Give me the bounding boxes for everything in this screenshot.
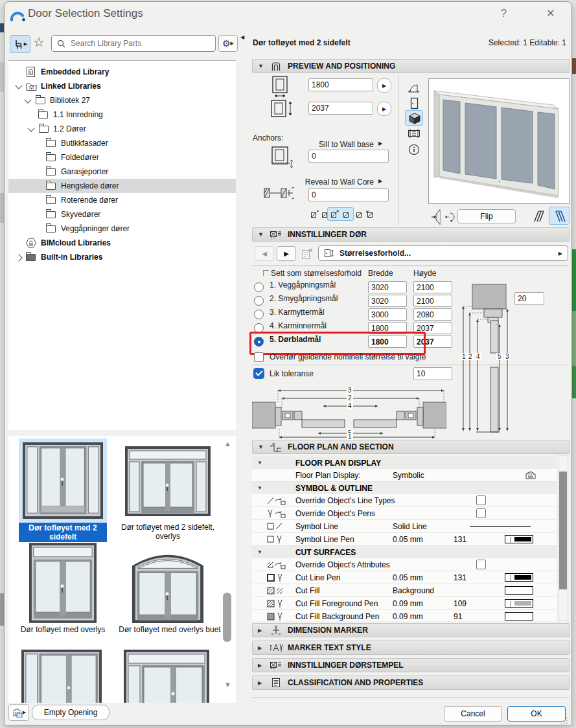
param-row-cut-fill-foreground-pen[interactable]: Cut Fill Foreground Pen 0.09 mm 109 xyxy=(252,597,557,610)
thumbnail-door-overlys[interactable] xyxy=(20,541,106,625)
size-radio-5-selected[interactable] xyxy=(254,337,264,347)
collapse-triangle-icon[interactable]: ▼ xyxy=(258,444,264,450)
size-row-label[interactable]: 4. Karminnermål xyxy=(270,321,327,330)
tree-item-roterende-dorer[interactable]: Roterende dører xyxy=(8,193,236,207)
thumbnail-door-2-sidefelt-overlys[interactable] xyxy=(122,444,213,519)
size-radio-4[interactable] xyxy=(254,323,264,333)
preview-mode-elevation-icon[interactable] xyxy=(410,97,419,109)
group-cut-surfaces[interactable]: ▼ CUT SURFACES xyxy=(252,546,557,558)
tree-item-innredning[interactable]: 1.1 Innredning xyxy=(8,108,236,122)
tree-item-linked-libraries[interactable]: Linked Libraries xyxy=(8,79,236,93)
size-row-label[interactable]: 3. Karmyttermål xyxy=(270,308,325,317)
tree-item-bibliotek-27[interactable]: Bibliotek 27 xyxy=(8,93,236,108)
param-value[interactable]: 0.09 mm xyxy=(393,599,423,608)
param-row-cut-fill[interactable]: Cut Fill Background xyxy=(252,584,557,597)
param-value[interactable]: 0.05 mm xyxy=(393,573,423,582)
section-innstillinger-dorstempel[interactable]: ▶ INNSTILLINGER DØRSTEMPEL xyxy=(252,658,570,672)
tree-item-garasjeporter[interactable]: Garasjeporter xyxy=(8,165,236,179)
param-value[interactable]: Solid Line xyxy=(393,522,427,531)
size-width-input-1[interactable] xyxy=(368,281,407,293)
chevron-down-icon[interactable] xyxy=(15,82,22,89)
thumbnail-label[interactable]: Dør tofløyet med overlys buet xyxy=(115,625,225,634)
param-row-override-pens[interactable]: Override Object's Pens xyxy=(252,507,557,520)
size-height-input-5[interactable] xyxy=(413,336,452,348)
param-row-override-attributes[interactable]: Override Object's Attributes xyxy=(252,558,557,571)
size-radio-2[interactable] xyxy=(254,296,264,306)
collapse-triangle-icon[interactable]: ▼ xyxy=(258,63,264,69)
favorites-star-button[interactable]: ☆ xyxy=(33,34,45,50)
size-width-input-5[interactable] xyxy=(368,336,407,348)
transfer-settings-icon[interactable] xyxy=(301,247,314,260)
section-floor-plan[interactable]: ▼ FLOOR PLAN AND SECTION xyxy=(252,440,570,454)
search-box[interactable] xyxy=(51,35,216,52)
help-button[interactable]: ? xyxy=(501,8,507,19)
reveal-value-input[interactable] xyxy=(308,188,389,201)
expand-triangle-icon[interactable]: ▶ xyxy=(258,628,264,633)
size-height-input-2[interactable] xyxy=(413,295,452,307)
param-value[interactable]: Symbolic xyxy=(393,471,424,480)
param-row-cut-fill-background-pen[interactable]: Cut Fill Background Pen 0.09 mm 91 xyxy=(252,610,557,621)
cancel-button[interactable]: Cancel xyxy=(444,706,502,722)
pen-swatch[interactable] xyxy=(505,573,533,582)
param-row-symbol-line[interactable]: Symbol Line Solid Line xyxy=(252,520,557,533)
section-marker-text-style[interactable]: ▶ MARKER TEXT STYLE xyxy=(252,641,570,655)
scroll-up-button[interactable]: ▲ xyxy=(224,440,231,448)
search-input[interactable] xyxy=(69,38,202,49)
settings-menu-button[interactable]: ⚙ ▶ xyxy=(218,35,238,52)
tree-item-dorer[interactable]: 1.2 Dører xyxy=(8,122,236,136)
preview-mode-section-icon[interactable] xyxy=(408,128,420,139)
expand-triangle-icon[interactable]: ▶ xyxy=(258,663,264,668)
size-height-input-1[interactable] xyxy=(413,281,452,293)
pen-swatch[interactable] xyxy=(505,612,533,620)
flip-button[interactable]: Flip xyxy=(457,209,516,223)
thumbnail-partial[interactable] xyxy=(122,648,213,703)
collapse-triangle-icon[interactable]: ▼ xyxy=(258,231,264,238)
size-radio-3[interactable] xyxy=(254,310,264,319)
preview-mode-plan-icon[interactable] xyxy=(407,82,421,94)
tolerance-value-input[interactable] xyxy=(413,367,452,380)
thumbnail-label-selected[interactable]: Dør tofløyet med 2 sidefelt xyxy=(19,523,107,542)
ok-button[interactable]: OK xyxy=(507,706,566,722)
mirror-right-selected[interactable] xyxy=(549,207,570,225)
resize-grip[interactable] xyxy=(560,717,568,725)
thumbnail-door-overlys-buet[interactable] xyxy=(122,542,213,625)
size-width-input-2[interactable] xyxy=(368,295,407,307)
sill-value-input[interactable] xyxy=(308,150,389,163)
expand-triangle-icon[interactable]: ▶ xyxy=(258,645,264,651)
size-row-label[interactable]: 5. Dørbladmål xyxy=(270,335,321,344)
preview-info-icon[interactable] xyxy=(408,144,420,155)
tree-item-veggapninger-dorer[interactable]: Veggåpninger dører xyxy=(8,222,236,236)
tree-item-embedded-library[interactable]: Embedded Library xyxy=(8,65,236,79)
subtype-filter-button[interactable]: ▶ xyxy=(10,35,30,53)
thumbnail-label[interactable]: Dør tofløyet med 2 sidefelt, overlys xyxy=(119,523,217,541)
pen-swatch[interactable] xyxy=(505,599,533,608)
param-value[interactable]: 0.05 mm xyxy=(393,535,423,544)
param-row-override-line-types[interactable]: Override Object's Line Types xyxy=(252,494,557,507)
nav-forward-button[interactable]: ▶ xyxy=(277,246,296,261)
anchor-option-2-icon[interactable] xyxy=(321,210,329,219)
door-3d-preview[interactable] xyxy=(428,78,570,204)
sill-anchor-label[interactable]: Sill to Wall base xyxy=(283,140,374,149)
param-value[interactable]: Background xyxy=(393,586,434,595)
thumbnail-door-2-sidefelt[interactable] xyxy=(19,438,107,523)
param-value[interactable]: 0.09 mm xyxy=(393,612,423,621)
reveal-flyout-icon[interactable]: ▶ xyxy=(378,178,382,184)
transfer-size-checkbox[interactable] xyxy=(254,352,264,362)
pen-swatch[interactable] xyxy=(505,535,533,543)
anchor-option-4-icon[interactable] xyxy=(342,210,351,219)
nav-back-button[interactable]: ◀ xyxy=(255,246,274,261)
title-bar[interactable]: Door Selection Settings ? ✕ xyxy=(5,2,571,28)
thumbnail-partial[interactable] xyxy=(20,648,106,703)
expand-triangle-icon[interactable]: ▶ xyxy=(258,680,264,686)
chevron-down-icon[interactable] xyxy=(27,124,34,131)
anchor-option-5-icon[interactable] xyxy=(355,210,363,219)
override-line-types-checkbox[interactable] xyxy=(476,495,486,505)
width-flyout-button[interactable]: ▶ xyxy=(377,78,391,93)
anchor-option-3-icon[interactable] xyxy=(330,210,340,219)
close-button[interactable]: ✕ xyxy=(546,7,555,19)
fill-swatch[interactable] xyxy=(505,586,533,595)
override-attributes-checkbox[interactable] xyxy=(476,560,486,569)
param-row-symbol-line-pen[interactable]: Symbol Line Pen 0.05 mm 131 xyxy=(252,533,557,546)
collapse-triangle-icon[interactable]: ▼ xyxy=(257,460,262,466)
size-row-label[interactable]: 1. Veggåpningsmål xyxy=(270,280,336,290)
